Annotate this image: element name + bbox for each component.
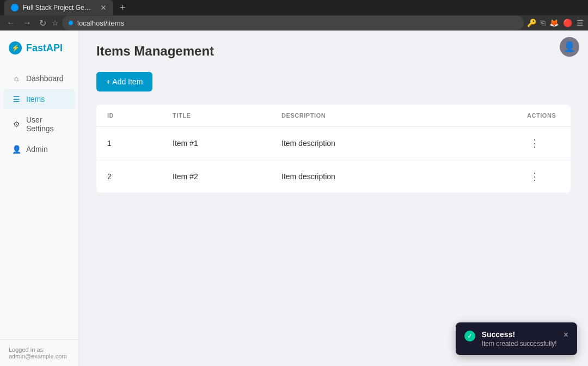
col-header-description: DESCRIPTION: [271, 105, 516, 127]
table-row: 1 Item #1 Item description ⋮: [96, 127, 571, 160]
browser-tabs: Full Stack Project Gene... ✕ +: [0, 0, 588, 15]
sidebar-item-dashboard[interactable]: ⌂ Dashboard: [3, 69, 75, 88]
sidebar-item-admin[interactable]: 👤 Admin: [3, 139, 75, 159]
toast-content: Success! Item created successfully!: [482, 330, 557, 347]
table-header: ID TITLE DESCRIPTION ACTIONS: [96, 105, 571, 127]
back-button[interactable]: ←: [4, 16, 17, 30]
sidebar-item-items[interactable]: ☰ Items: [3, 89, 75, 109]
cell-description: Item description: [271, 127, 516, 160]
col-header-id: ID: [96, 105, 162, 127]
items-table-container: ID TITLE DESCRIPTION ACTIONS 1 Item #1 I…: [96, 105, 571, 193]
active-tab[interactable]: Full Stack Project Gene... ✕: [4, 0, 113, 15]
main-content: 👤 Items Management + Add Item ID TITLE D…: [79, 30, 588, 366]
page-title: Items Management: [96, 44, 571, 59]
cell-actions: ⋮: [516, 160, 571, 193]
cell-id: 1: [96, 127, 162, 160]
menu-icon[interactable]: ☰: [577, 19, 584, 27]
cell-description: Item description: [271, 160, 516, 193]
toast-message: Item created successfully!: [482, 340, 557, 347]
user-settings-icon: ⚙: [12, 120, 21, 129]
table-body: 1 Item #1 Item description ⋮ 2 Item #2 I…: [96, 127, 571, 193]
toast-success-icon: ✓: [464, 331, 475, 341]
sidebar-item-label-items: Items: [26, 95, 45, 103]
browser-chrome: Full Stack Project Gene... ✕ + ← → ↻ ☆ l…: [0, 0, 588, 30]
sidebar-footer: Logged in as: admin@example.com: [0, 339, 78, 366]
sidebar-item-label-admin: Admin: [26, 145, 48, 154]
add-item-button[interactable]: + Add Item: [96, 72, 152, 91]
app-layout: ⚡ FastAPI ⌂ Dashboard ☰ Items ⚙ User Set…: [0, 30, 588, 366]
extensions-icon[interactable]: 🦊: [549, 19, 559, 27]
alert-icon[interactable]: 🔴: [563, 19, 572, 27]
row-actions-menu[interactable]: ⋮: [527, 136, 542, 151]
user-avatar[interactable]: 👤: [560, 37, 579, 57]
address-text: localhost/items: [77, 19, 124, 27]
sidebar-item-label-user-settings: User Settings: [26, 115, 66, 133]
logo-icon: ⚡: [9, 41, 22, 54]
toolbar-icons: 🔑 ⎗ 🦊 🔴 ☰: [527, 19, 584, 27]
reload-button[interactable]: ↻: [37, 16, 48, 30]
items-table: ID TITLE DESCRIPTION ACTIONS 1 Item #1 I…: [96, 105, 571, 193]
cell-title: Item #2: [162, 160, 271, 193]
browser-toolbar: ← → ↻ ☆ localhost/items 🔑 ⎗ 🦊 🔴 ☰: [0, 15, 588, 30]
cell-id: 2: [96, 160, 162, 193]
footer-email: admin@example.com: [9, 353, 70, 359]
secure-indicator: [69, 21, 73, 25]
logo-text: FastAPI: [26, 42, 63, 54]
col-header-actions: ACTIONS: [516, 105, 571, 127]
toast-notification: ✓ Success! Item created successfully! ×: [456, 322, 577, 355]
home-icon: ⌂: [12, 74, 21, 83]
key-icon[interactable]: 🔑: [527, 19, 536, 27]
cell-title: Item #1: [162, 127, 271, 160]
sidebar-logo: ⚡ FastAPI: [0, 30, 78, 63]
new-tab-button[interactable]: +: [115, 2, 130, 14]
col-header-title: TITLE: [162, 105, 271, 127]
share-icon[interactable]: ⎗: [541, 19, 545, 27]
table-row: 2 Item #2 Item description ⋮: [96, 160, 571, 193]
footer-logged-in-label: Logged in as:: [9, 346, 70, 353]
row-actions-menu[interactable]: ⋮: [527, 169, 542, 184]
list-icon: ☰: [12, 95, 21, 103]
toast-title: Success!: [482, 330, 557, 339]
sidebar-item-label-dashboard: Dashboard: [26, 74, 64, 83]
bookmark-icon[interactable]: ☆: [52, 19, 59, 27]
tab-favicon: [11, 4, 19, 11]
tab-title: Full Stack Project Gene...: [23, 4, 94, 11]
tab-close-button[interactable]: ✕: [100, 3, 107, 12]
admin-icon: 👤: [12, 145, 21, 154]
sidebar-nav: ⌂ Dashboard ☰ Items ⚙ User Settings 👤 Ad…: [0, 63, 78, 339]
address-bar[interactable]: localhost/items: [62, 16, 524, 30]
toast-close-button[interactable]: ×: [564, 330, 568, 340]
cell-actions: ⋮: [516, 127, 571, 160]
sidebar-item-user-settings[interactable]: ⚙ User Settings: [3, 110, 75, 138]
sidebar: ⚡ FastAPI ⌂ Dashboard ☰ Items ⚙ User Set…: [0, 30, 79, 366]
forward-button[interactable]: →: [21, 16, 34, 30]
